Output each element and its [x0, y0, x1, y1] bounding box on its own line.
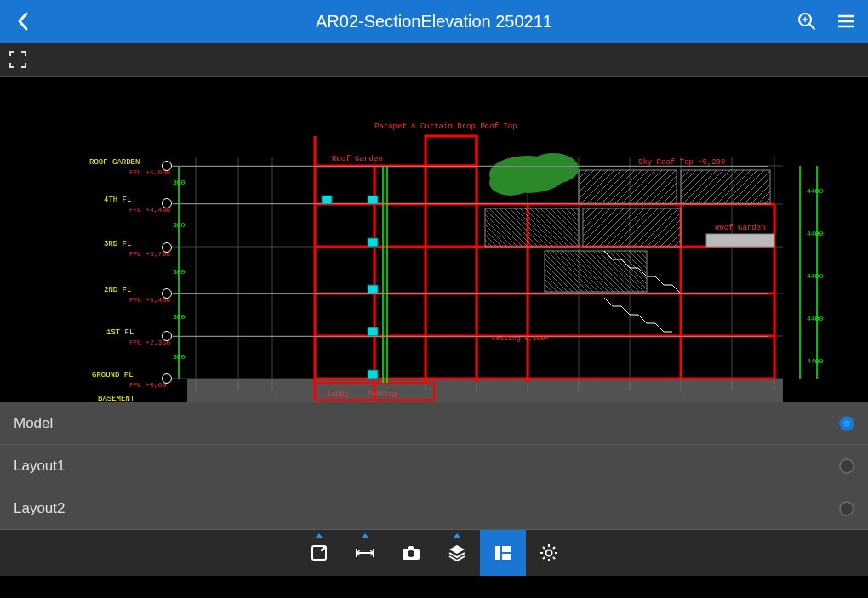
bottom-toolbar: [0, 530, 868, 576]
annotation-roof-garden: Roof Garden: [332, 155, 382, 163]
radio-indicator: [839, 501, 854, 516]
gear-icon: [539, 543, 559, 563]
annotation-roof-garden-r: Roof Garden: [715, 224, 765, 232]
annotation-lobby: Lobby: [328, 390, 348, 397]
expand-indicator-icon: [454, 533, 460, 538]
edit-button[interactable]: [296, 530, 342, 576]
floor-label: ROOF GARDEN: [89, 158, 140, 167]
sub-header: [0, 43, 868, 77]
expand-indicator-icon: [362, 533, 368, 538]
svg-rect-53: [706, 234, 774, 247]
svg-rect-74: [502, 554, 511, 560]
camera-button[interactable]: [388, 530, 434, 576]
fullscreen-icon: [9, 50, 27, 69]
svg-rect-50: [485, 208, 579, 247]
floor-label: 4TH FL: [104, 196, 131, 204]
level-marker: [162, 331, 172, 341]
level-marker: [162, 242, 172, 253]
layouts-button[interactable]: [480, 530, 526, 576]
annotation-sky-roof: Sky Roof Top: [638, 158, 694, 167]
layout-label: Layout2: [14, 500, 839, 517]
layout-item-layout1[interactable]: Layout1: [0, 445, 868, 487]
page-title: AR02-SectionElevation 250211: [316, 12, 552, 31]
svg-rect-60: [368, 327, 378, 336]
measure-button[interactable]: [342, 530, 388, 576]
back-button[interactable]: [10, 9, 36, 34]
expand-indicator-icon: [316, 533, 323, 538]
radio-indicator: [839, 458, 854, 474]
svg-point-75: [546, 550, 552, 556]
svg-rect-72: [495, 546, 500, 560]
annotation-height: Ceiling 5,100+: [492, 334, 549, 342]
layout-label: Layout1: [14, 458, 839, 475]
measure-icon: [354, 543, 376, 563]
annotation-sky-roof-elev: +5,200: [698, 158, 725, 167]
hamburger-icon: [836, 11, 856, 31]
annotation-roof-top: Parapet & Curtain Drop Roof Top: [374, 122, 517, 131]
level-marker: [162, 161, 172, 171]
chevron-left-icon: [16, 11, 30, 31]
layouts-icon: [493, 543, 513, 563]
svg-rect-48: [579, 170, 677, 204]
svg-rect-28: [187, 379, 783, 402]
svg-rect-51: [583, 208, 681, 247]
floor-label: GROUND FL: [92, 371, 134, 379]
search-icon: [797, 11, 817, 31]
svg-rect-52: [545, 251, 647, 292]
app-header: AR02-SectionElevation 250211: [0, 0, 868, 43]
svg-point-55: [489, 170, 532, 196]
svg-rect-49: [681, 170, 770, 204]
layers-icon: [447, 543, 467, 563]
floor-label: 3RD FL: [104, 240, 131, 248]
menu-button[interactable]: [834, 9, 858, 33]
svg-line-1: [809, 24, 814, 29]
svg-point-71: [408, 550, 414, 557]
layout-tabs: Model Layout1 Layout2: [0, 402, 868, 530]
level-marker: [162, 373, 172, 384]
level-marker: [162, 288, 172, 299]
fullscreen-button[interactable]: [7, 48, 29, 71]
camera-icon: [400, 543, 422, 563]
level-marker: [162, 198, 172, 208]
svg-rect-73: [502, 546, 511, 552]
floor-label: BASEMENT: [98, 395, 134, 402]
search-button[interactable]: [795, 9, 819, 33]
svg-rect-61: [368, 370, 378, 379]
svg-rect-59: [368, 285, 378, 293]
svg-point-56: [528, 153, 579, 184]
annotation-parking: Parking: [368, 390, 397, 397]
layout-item-layout2[interactable]: Layout2: [0, 487, 868, 530]
edit-icon: [309, 543, 329, 563]
layers-button[interactable]: [434, 530, 480, 576]
radio-indicator: [839, 416, 854, 431]
floor-label: 2ND FL: [104, 286, 131, 294]
elevation-label: FFL +0,60: [129, 381, 166, 389]
svg-rect-42: [425, 136, 477, 166]
svg-rect-58: [368, 238, 378, 247]
drawing-canvas[interactable]: ROOF GARDEN FFL +5,800 4TH FL FFL +4,400…: [0, 77, 868, 402]
layout-item-model[interactable]: Model: [0, 402, 868, 445]
settings-button[interactable]: [526, 530, 572, 576]
header-actions: [795, 9, 858, 33]
layout-label: Model: [14, 415, 839, 432]
floor-label: 1ST FL: [106, 328, 134, 337]
